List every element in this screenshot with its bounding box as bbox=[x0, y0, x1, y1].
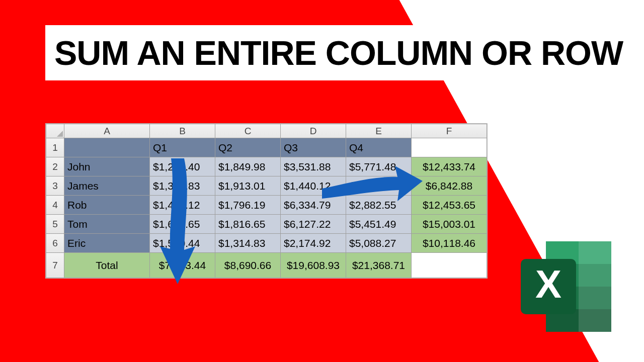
cell-E5[interactable]: $5,451.49 bbox=[346, 215, 412, 234]
thumbnail-stage: SUM AN ENTIRE COLUMN OR ROW A B C D E F … bbox=[0, 0, 644, 362]
cell-B4[interactable]: $1,440.12 bbox=[150, 196, 215, 215]
table-row: 7 Total $7,183.44 $8,690.66 $19,608.93 $… bbox=[46, 253, 487, 278]
cell-A5[interactable]: Tom bbox=[64, 215, 150, 234]
cell-F6[interactable]: $10,118.46 bbox=[412, 234, 487, 253]
cell-D4[interactable]: $6,334.79 bbox=[281, 196, 346, 215]
cell-B1[interactable]: Q1 bbox=[150, 138, 215, 157]
excel-logo-icon: X bbox=[516, 236, 616, 337]
cell-E6[interactable]: $5,088.27 bbox=[346, 234, 412, 253]
cell-F5[interactable]: $15,003.01 bbox=[412, 215, 487, 234]
cell-A7[interactable]: Total bbox=[64, 253, 150, 278]
column-header-row: A B C D E F bbox=[46, 124, 487, 138]
cell-E4[interactable]: $2,882.55 bbox=[346, 196, 412, 215]
cell-B5[interactable]: $1,607.65 bbox=[150, 215, 215, 234]
cell-D5[interactable]: $6,127.22 bbox=[281, 215, 346, 234]
table-row: 4 Rob $1,440.12 $1,796.19 $6,334.79 $2,8… bbox=[46, 196, 487, 215]
col-header-F[interactable]: F bbox=[412, 124, 487, 138]
table-row: 2 John $1,280.40 $1,849.98 $3,531.88 $5,… bbox=[46, 157, 487, 176]
row-header-3[interactable]: 3 bbox=[46, 176, 64, 196]
cell-F2[interactable]: $12,433.74 bbox=[412, 157, 487, 176]
cell-A1[interactable] bbox=[64, 138, 150, 157]
cell-A3[interactable]: James bbox=[64, 176, 150, 196]
cell-E3[interactable]: $2,174.92 bbox=[346, 176, 412, 196]
cell-D6[interactable]: $2,174.92 bbox=[281, 234, 346, 253]
cell-C6[interactable]: $1,314.83 bbox=[215, 234, 281, 253]
cell-B6[interactable]: $1,540.44 bbox=[150, 234, 215, 253]
svg-rect-5 bbox=[579, 241, 611, 332]
cell-D1[interactable]: Q3 bbox=[281, 138, 346, 157]
cell-A6[interactable]: Eric bbox=[64, 234, 150, 253]
row-header-4[interactable]: 4 bbox=[46, 196, 64, 215]
cell-F3[interactable]: $6,842.88 bbox=[412, 176, 487, 196]
cell-C2[interactable]: $1,849.98 bbox=[215, 157, 281, 176]
cell-D7[interactable]: $19,608.93 bbox=[281, 253, 346, 278]
cell-D3[interactable]: $1,440.12 bbox=[281, 176, 346, 196]
cell-C7[interactable]: $8,690.66 bbox=[215, 253, 281, 278]
col-header-E[interactable]: E bbox=[346, 124, 412, 138]
cell-C3[interactable]: $1,913.01 bbox=[215, 176, 281, 196]
excel-logo-letter: X bbox=[535, 262, 561, 306]
cell-B2[interactable]: $1,280.40 bbox=[150, 157, 215, 176]
table-row: 6 Eric $1,540.44 $1,314.83 $2,174.92 $5,… bbox=[46, 234, 487, 253]
row-header-2[interactable]: 2 bbox=[46, 157, 64, 176]
page-title: SUM AN ENTIRE COLUMN OR ROW bbox=[54, 33, 623, 72]
cell-F1[interactable] bbox=[412, 138, 487, 157]
row-header-7[interactable]: 7 bbox=[46, 253, 64, 278]
grid[interactable]: A B C D E F 1 Q1 Q2 Q3 Q4 2 John $1,280.… bbox=[46, 124, 487, 278]
cell-A4[interactable]: Rob bbox=[64, 196, 150, 215]
row-header-1[interactable]: 1 bbox=[46, 138, 64, 157]
cell-D2[interactable]: $3,531.88 bbox=[281, 157, 346, 176]
cell-E7[interactable]: $21,368.71 bbox=[346, 253, 412, 278]
cell-F4[interactable]: $12,453.65 bbox=[412, 196, 487, 215]
table-row: 3 James $1,314.83 $1,913.01 $1,440.12 $2… bbox=[46, 176, 487, 196]
cell-E2[interactable]: $5,771.48 bbox=[346, 157, 412, 176]
cell-B7[interactable]: $7,183.44 bbox=[150, 253, 215, 278]
row-header-5[interactable]: 5 bbox=[46, 215, 64, 234]
cell-B3[interactable]: $1,314.83 bbox=[150, 176, 215, 196]
col-header-A[interactable]: A bbox=[64, 124, 150, 138]
select-all-corner[interactable] bbox=[46, 124, 64, 138]
cell-C5[interactable]: $1,816.65 bbox=[215, 215, 281, 234]
cell-A2[interactable]: John bbox=[64, 157, 150, 176]
col-header-D[interactable]: D bbox=[281, 124, 346, 138]
spreadsheet: A B C D E F 1 Q1 Q2 Q3 Q4 2 John $1,280.… bbox=[45, 123, 488, 279]
title-bar: SUM AN ENTIRE COLUMN OR ROW bbox=[45, 25, 599, 80]
col-header-B[interactable]: B bbox=[150, 124, 215, 138]
cell-F7[interactable] bbox=[412, 253, 487, 278]
table-row: 1 Q1 Q2 Q3 Q4 bbox=[46, 138, 487, 157]
cell-C1[interactable]: Q2 bbox=[215, 138, 281, 157]
col-header-C[interactable]: C bbox=[215, 124, 281, 138]
cell-E1[interactable]: Q4 bbox=[346, 138, 412, 157]
cell-C4[interactable]: $1,796.19 bbox=[215, 196, 281, 215]
table-row: 5 Tom $1,607.65 $1,816.65 $6,127.22 $5,4… bbox=[46, 215, 487, 234]
row-header-6[interactable]: 6 bbox=[46, 234, 64, 253]
